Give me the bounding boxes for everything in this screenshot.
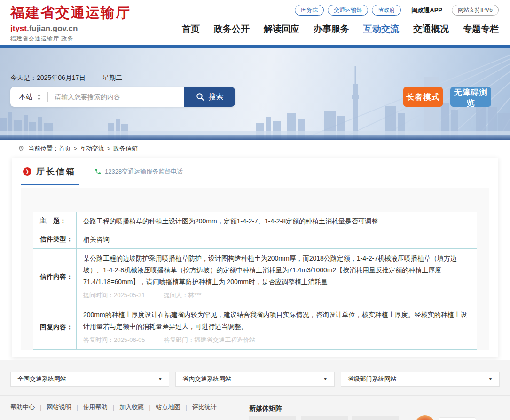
footer-links: 帮助中心 | 网站说明 | 使用帮助 | 加入收藏 | 站点地图 | 评比统计 (10, 403, 217, 412)
breadcrumb-interaction[interactable]: 互动交流 (80, 144, 104, 153)
breadcrumb: 当前位置： 首页 > 互动交流 > 政务信箱 (0, 140, 510, 158)
footer-link-sitemap[interactable]: 站点地图 (156, 403, 180, 412)
media-qr-placeholder (301, 416, 348, 420)
footer-link-site-description[interactable]: 网站说明 (47, 403, 71, 412)
nav-item-special-topics[interactable]: 专题专栏 (463, 23, 499, 35)
banner-bottom-strip (0, 135, 510, 140)
search-input[interactable] (55, 87, 184, 107)
media-qr-placeholder (352, 416, 399, 420)
hotline-label: 12328交通运输服务监督电话 (105, 167, 183, 176)
reply-department: 答复部门：福建省交通工程造价站 (164, 336, 255, 343)
table-row-letter-content: 信件内容： 某公路工程的边坡防护采用喷播植草防护，设计图构造种植土为200mm厚… (33, 249, 477, 305)
breadcrumb-separator: > (74, 145, 77, 152)
row-label: 回复内容： (33, 305, 77, 349)
breadcrumb-home[interactable]: 首页 (59, 144, 71, 153)
mailbox-tab-title: 厅长信箱 (36, 166, 76, 177)
dropdown-provincial-department-sites[interactable]: 省级部门系统网站 ▼ (341, 372, 500, 387)
dropdown-provincial-transport-sites[interactable]: 省内交通系统网站 ▼ (175, 372, 334, 387)
nav-item-services[interactable]: 办事服务 (314, 23, 349, 35)
footer-link-usage-help[interactable]: 使用帮助 (83, 403, 108, 412)
reply-meta: 答复时间：2025-06-05 答复部门：福建省交通工程造价站 (83, 334, 470, 346)
hero-banner: 今天是：2025年06月17日星期二 本站 搜索 长者模式 无障碍浏览 (0, 48, 510, 140)
footer-divider (0, 395, 510, 396)
elder-mode-button[interactable]: 长者模式 (403, 87, 443, 107)
nav-item-gov-affairs[interactable]: 政务公开 (214, 23, 250, 35)
table-row-subject: 主 题： 公路工程的喷播植草的种植土设计图为200mm，定额1-4-2-7、1-… (33, 212, 477, 230)
breadcrumb-separator: > (107, 145, 110, 152)
reply-time: 答复时间：2025-06-05 (83, 336, 145, 343)
search-button[interactable]: 搜索 (184, 87, 235, 107)
nav-item-home[interactable]: 首页 (182, 23, 200, 35)
search-divider (47, 92, 48, 102)
date-value: 2025年06月17日 (37, 74, 86, 81)
dropdown-national-transport-sites[interactable]: 全国交通系统网站 ▼ (10, 372, 169, 387)
site-domain-suffix: .fujian.gov.cn (27, 24, 78, 33)
mailbox-tab-header: ❯ 厅长信箱 12328交通运输服务监督电话 (12, 158, 498, 185)
footer-link-add-favorite[interactable]: 加入收藏 (119, 403, 144, 412)
search-scope-select[interactable]: 本站 (10, 87, 41, 107)
letter-content-text: 某公路工程的边坡防护采用喷播植草防护，设计图构造种植土为200mm厚，而2018… (83, 253, 470, 288)
letter-content-cell: 某公路工程的边坡防护采用喷播植草防护，设计图构造种植土为200mm厚，而2018… (77, 249, 477, 305)
search-icon (196, 93, 204, 101)
nav-item-interaction[interactable]: 互动交流 (363, 23, 399, 35)
mailbox-panel: 主 题： 公路工程的喷播植草的种植土设计图为200mm，定额1-4-2-7、1-… (21, 188, 489, 350)
nav-item-transport-overview[interactable]: 交通概况 (413, 23, 449, 35)
footer-badge-box (439, 417, 476, 420)
accessibility-button[interactable]: 无障碍浏览 (450, 87, 491, 107)
row-label: 信件内容： (33, 249, 77, 305)
mail-detail-table: 主 题： 公路工程的喷播植草的种植土设计图为200mm，定额1-4-2-7、1-… (33, 212, 477, 350)
quick-links-row: 国务院 交通运输部 省政府 闽政通APP 网站支持IPV6 (295, 5, 499, 16)
reply-content-cell: 200mm的种植土厚度设计在福建省内较为罕见，建议结合我省内项目实际情况，咨询设… (77, 305, 477, 349)
main-nav: 首页 政务公开 解读回应 办事服务 互动交流 交通概况 专题专栏 (182, 23, 499, 35)
reply-content-text: 200mm的种植土厚度设计在福建省内较为罕见，建议结合我省内项目实际情况，咨询设… (83, 309, 470, 333)
arrow-circle-icon: ❯ (23, 167, 31, 176)
weekday: 星期二 (102, 74, 122, 81)
tab-header-divider (21, 185, 489, 185)
quick-link-state-council[interactable]: 国务院 (295, 5, 324, 16)
new-media-matrix-title: 新媒体矩阵 (249, 404, 282, 413)
date-line: 今天是：2025年06月17日星期二 (10, 74, 122, 82)
footer-link-separator: | (186, 404, 187, 411)
letter-meta: 提问时间：2025-05-31 提问人：林*** (83, 289, 470, 301)
site-domain-prefix: jtyst (10, 24, 27, 33)
subject-value: 公路工程的喷播植草的种植土设计图为200mm，定额1-4-2-7、1-4-2-8… (77, 212, 477, 230)
site-subtitle: 福建省交通运输厅.政务 (10, 35, 131, 43)
ipv6-badge[interactable]: 网站支持IPV6 (452, 5, 499, 16)
dropdown-label: 省级部门系统网站 (348, 375, 397, 383)
mailbox-card: ❯ 厅长信箱 12328交通运输服务监督电话 主 题： 公路工程的喷播植草的种植… (12, 158, 498, 357)
table-row-letter-type: 信件类型： 相关咨询 (33, 230, 477, 249)
active-tab-underline (21, 184, 79, 185)
breadcrumb-current: 政务信箱 (113, 144, 138, 153)
site-header: 福建省交通运输厅 jtyst.fujian.gov.cn 福建省交通运输厅.政务… (0, 0, 510, 45)
asker: 提问人：林*** (164, 292, 201, 299)
footer-link-separator: | (76, 404, 78, 411)
minzhengtong-app-link[interactable]: 闽政通APP (411, 6, 442, 15)
footer-link-evaluation-stats[interactable]: 评比统计 (192, 403, 217, 412)
select-arrows-icon (37, 94, 41, 100)
header-right: 国务院 交通运输部 省政府 闽政通APP 网站支持IPV6 首页 政务公开 解读… (182, 5, 499, 35)
quick-link-provincial-gov[interactable]: 省政府 (372, 5, 401, 16)
site-logo: 福建省交通运输厅 jtyst.fujian.gov.cn 福建省交通运输厅.政务 (10, 3, 131, 43)
footer-link-separator: | (40, 404, 41, 411)
date-prefix: 今天是： (10, 74, 37, 81)
search-scope-label: 本站 (19, 93, 33, 102)
row-label: 信件类型： (33, 230, 77, 248)
gov-emblem-icon (415, 415, 435, 420)
search-button-label: 搜索 (209, 92, 224, 102)
ask-time: 提问时间：2025-05-31 (83, 292, 145, 299)
site-link-dropdowns: 全国交通系统网站 ▼ 省内交通系统网站 ▼ 省级部门系统网站 ▼ (10, 372, 500, 387)
quick-link-ministry-of-transport[interactable]: 交通运输部 (328, 5, 368, 16)
footer-link-separator: | (113, 404, 114, 411)
site-domain: jtyst.fujian.gov.cn (10, 24, 131, 33)
tab-director-mailbox[interactable]: ❯ 厅长信箱 (23, 166, 76, 177)
footer-link-separator: | (149, 404, 150, 411)
dropdown-label: 省内交通系统网站 (182, 375, 231, 383)
tab-12328-hotline[interactable]: 12328交通运输服务监督电话 (94, 167, 183, 176)
chevron-down-icon: ▼ (323, 377, 328, 381)
location-pin-icon (18, 145, 24, 152)
footer-link-help-center[interactable]: 帮助中心 (10, 403, 35, 412)
media-qr-placeholder (249, 416, 296, 420)
search-bar: 本站 搜索 (10, 87, 235, 107)
nav-item-interpretation[interactable]: 解读回应 (264, 23, 299, 35)
table-row-reply-content: 回复内容： 200mm的种植土厚度设计在福建省内较为罕见，建议结合我省内项目实际… (33, 305, 477, 349)
